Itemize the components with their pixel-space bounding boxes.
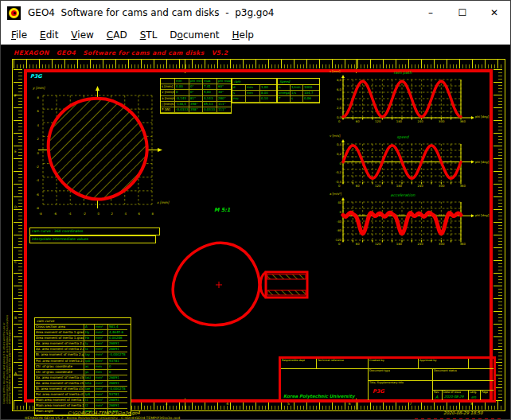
table-cell: Ixsi <box>84 375 95 381</box>
tick-label: 4 <box>37 123 39 127</box>
tick-label: A <box>14 371 17 375</box>
tick-label: -2 <box>36 165 39 169</box>
plot-x-ticks: 060120180240300360 <box>338 119 466 123</box>
plot-y-axis-label: s [mm] <box>330 69 341 73</box>
table-cell: s <box>232 91 246 96</box>
table-cell: Cross section area <box>35 325 84 330</box>
rev-value: A <box>435 395 438 399</box>
table-row: s [mm]0,000°7,4160° <box>161 84 231 90</box>
tick-label: 300 <box>439 184 444 188</box>
maximize-button[interactable]: ☐ <box>447 1 478 25</box>
table-row: mu0,10 <box>232 96 276 102</box>
cam-properties-title: cam curve <box>35 318 131 325</box>
table-cell: 1/s <box>291 91 303 96</box>
table-cell: 0,0333 <box>203 107 217 113</box>
table-cell: 7,41 <box>203 84 217 90</box>
table-row: Main area moment of inertia 2I2mm⁴26891 <box>35 403 131 409</box>
tb-doc-type: Document type <box>369 369 433 381</box>
tick-label: -6 <box>53 212 57 216</box>
table-cell: Ax. area moment of inertia ctr.grv. <box>35 381 84 387</box>
table-cell: mm³ <box>95 336 108 341</box>
menu-bar: File Edit View CAD STL Document Help <box>1 25 510 45</box>
menu-text: AD <box>113 29 127 41</box>
tick-label: 2,0 <box>337 106 341 110</box>
profile-y-ticks: 86420-2-4-6-8 <box>29 95 39 210</box>
tick-label: 4,0 <box>337 97 341 101</box>
tick-label: 300 <box>439 119 444 123</box>
ram-table: ram dmm1,00smm8,00mu0,10 <box>232 78 277 103</box>
close-button[interactable]: ✕ <box>478 1 510 25</box>
tb-empty2 <box>433 381 493 391</box>
menu-view[interactable]: View <box>64 28 99 42</box>
tick-label: 240 <box>417 242 423 246</box>
menu-text: TL <box>146 29 157 41</box>
table-row: n1/min1000 <box>278 85 319 91</box>
follower-hatch-top <box>267 274 306 279</box>
table-cell: s [mm] <box>161 84 175 90</box>
tick-label: 8 <box>152 212 154 216</box>
menu-text: dit <box>46 29 59 41</box>
table-row: smm8,00 <box>232 91 276 96</box>
title-bar[interactable]: GEO4 Software for cams and cam disks - p… <box>1 1 510 25</box>
table-row: omega1/s104,7 <box>278 91 319 96</box>
menu-text: elp <box>240 29 254 41</box>
tick-label: -80 <box>337 228 341 232</box>
tick-label: -2 <box>83 212 86 216</box>
table-cell: max <box>203 79 217 84</box>
table-cell: 1/min <box>291 85 303 91</box>
table-cell: 104,7 <box>303 91 319 96</box>
tick-label: E <box>14 150 17 154</box>
menu-help[interactable]: Help <box>226 28 260 42</box>
tb-lang: Lang. en <box>469 391 481 400</box>
table-cell: 60° <box>217 84 231 90</box>
table-cell: IpS <box>84 392 95 398</box>
cam-profile-curve <box>49 99 147 200</box>
table-cell: mu <box>232 96 246 102</box>
cam-disk-drawing <box>170 239 317 330</box>
tick-label: -8 <box>36 206 39 210</box>
tick-label: 300 <box>439 242 444 246</box>
speed-rows: n1/min1000omega1/s104,7Ts0,06 <box>278 85 319 103</box>
menu-text: cument <box>183 29 220 41</box>
ram-table-title: ram <box>232 79 276 85</box>
menu-stl[interactable]: STL <box>134 28 164 42</box>
tb-technical: Technical reference <box>317 359 369 369</box>
table-cell: mm⁴ <box>95 392 108 398</box>
tick-label: 360 <box>460 184 466 188</box>
table-cell: 8,00 <box>260 91 276 96</box>
status-file-path: C:\GO4\GEO4-TEMP\P3G\p3g.go4 <box>68 410 140 415</box>
tick-label: -8 <box>39 212 42 216</box>
table-cell: Ixe <box>84 387 95 392</box>
menu-mnemonic: E <box>40 29 46 41</box>
note-coordinates: cam curve : 360 coordinates <box>29 228 160 235</box>
menu-file[interactable]: File <box>5 28 33 42</box>
drawing-title-value: P3G <box>373 388 384 395</box>
table-cell: Hy <box>84 330 95 336</box>
tick-label: 0 <box>340 161 341 165</box>
table-cell: -0,143 <box>175 96 189 102</box>
tick-label: 240 <box>417 184 423 188</box>
y-axis-arrow-icon <box>96 86 99 91</box>
plot-y-ticks: 8,06,04,02,00,0 <box>331 78 341 119</box>
plot-title: ram path <box>331 70 474 75</box>
tb-label: Responsible dept <box>282 359 305 362</box>
tb-approved: Approved by <box>419 359 469 369</box>
menu-edit[interactable]: Edit <box>33 28 64 42</box>
tick-label: F <box>14 94 17 98</box>
table-cell: 81° <box>189 96 203 102</box>
table-cell: 0 <box>175 90 189 95</box>
table-cell: Hx <box>84 336 95 341</box>
cam-properties-rows: Cross section areaAmm²581,4Area moment o… <box>35 325 131 415</box>
plot-x-axis-label: phi [deg] <box>475 115 489 119</box>
drawing-canvas[interactable]: HEXAGON GEO4 Software for cams and cam d… <box>1 45 511 420</box>
menu-cad[interactable]: CAD <box>100 28 134 42</box>
tb-label: Approved by <box>419 359 437 362</box>
minimize-button[interactable]: – <box>415 1 447 25</box>
tick-label: -0,2 <box>336 170 341 174</box>
tb-label: Created by <box>369 359 384 362</box>
tb-label: Document status <box>434 369 457 372</box>
menu-document[interactable]: Document <box>163 28 225 42</box>
tb-page: Page <box>481 391 493 400</box>
ruler-right <box>493 68 502 401</box>
table-cell: mm <box>246 85 260 91</box>
